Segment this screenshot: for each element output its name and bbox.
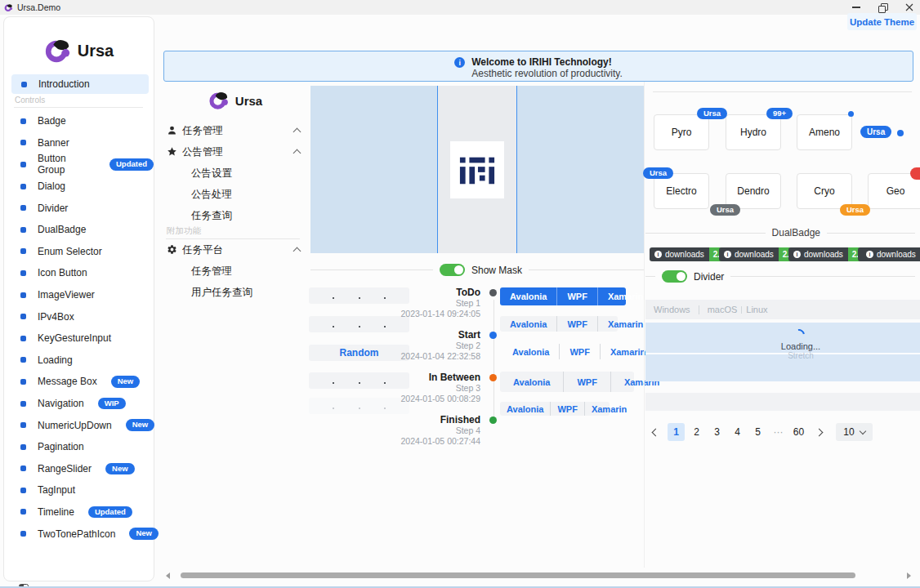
page-size-select[interactable]: 10 bbox=[836, 423, 873, 441]
scrollbar-right-arrow-icon[interactable] bbox=[907, 572, 911, 579]
sidebar-item[interactable]: Badge bbox=[4, 110, 154, 132]
timeline-entry-step: Step 1 bbox=[343, 298, 480, 309]
sidebar-item[interactable]: Timeline Updated bbox=[4, 501, 154, 523]
sidebar-item[interactable]: Pagination bbox=[4, 436, 154, 458]
button-wpf[interactable]: WPF bbox=[556, 287, 596, 305]
sidebar-item-label: TwoTonePathIcon bbox=[38, 528, 115, 540]
pagination-page-60[interactable]: 60 bbox=[790, 423, 807, 441]
sidebar-item[interactable]: TagInput bbox=[4, 479, 154, 501]
sidebar-item-label: Timeline bbox=[38, 506, 74, 518]
button-wpf[interactable]: WPF bbox=[559, 344, 599, 359]
pagination-page-4[interactable]: 4 bbox=[729, 423, 746, 441]
divider-line bbox=[310, 270, 433, 270]
timeline-entry: Finished Step 4 2024-01-05 00:27:44 bbox=[343, 414, 497, 457]
button-wpf[interactable]: WPF bbox=[550, 402, 583, 416]
bullet-icon bbox=[20, 314, 26, 319]
restore-icon[interactable] bbox=[878, 3, 887, 12]
badge-card-label: Electro bbox=[666, 185, 696, 197]
sidebar-item-label: KeyGestureInput bbox=[38, 332, 111, 344]
menu-item-announcement-management[interactable]: 公告管理 bbox=[182, 145, 223, 159]
button-avalonia[interactable]: Avalonia bbox=[502, 344, 559, 359]
sidebar-item-badge: Updated bbox=[109, 158, 154, 170]
bullet-icon bbox=[20, 444, 26, 450]
close-icon[interactable] bbox=[905, 3, 913, 11]
sidebar-item[interactable]: DualBadge bbox=[4, 219, 154, 241]
minimize-icon[interactable] bbox=[852, 7, 860, 7]
sidebar-item[interactable]: Dialog bbox=[4, 176, 154, 198]
irihi-logo-glyph bbox=[458, 151, 496, 189]
show-mask-toggle[interactable] bbox=[440, 264, 465, 276]
button-avalonia[interactable]: Avalonia bbox=[500, 287, 556, 305]
button-wpf[interactable]: WPF bbox=[563, 372, 610, 392]
scrollbar-left-arrow-icon[interactable] bbox=[166, 572, 170, 579]
menu-item-task-management[interactable]: 任务管理 bbox=[182, 124, 223, 138]
sidebar-item-badge: WIP bbox=[98, 398, 126, 409]
sidebar-item[interactable]: NumericUpDown New bbox=[4, 414, 154, 436]
divider-toggle[interactable] bbox=[662, 270, 687, 283]
sidebar-item[interactable]: Banner bbox=[4, 132, 154, 154]
sidebar-item[interactable]: Enum Selector bbox=[4, 241, 154, 263]
sidebar: Ursa Introduction Controls Badge Banner … bbox=[3, 16, 154, 581]
timeline-entry: Start Step 2 2024-01-04 22:32:58 bbox=[343, 329, 497, 372]
bullet-icon bbox=[20, 205, 26, 211]
sidebar-item-badge: New bbox=[111, 376, 141, 387]
pagination-page-2[interactable]: 2 bbox=[688, 423, 705, 441]
timeline-entry-time: 2024-01-05 00:27:44 bbox=[343, 436, 480, 447]
sidebar-item-label: Divider bbox=[38, 203, 68, 214]
sidebar-item[interactable]: Button Group Updated bbox=[4, 154, 154, 176]
menu-item-announcement-process[interactable]: 公告处理 bbox=[191, 188, 232, 202]
update-theme-button[interactable]: Update Theme bbox=[847, 13, 917, 30]
chevron-up-icon[interactable] bbox=[293, 247, 301, 256]
menu-item-task-platform[interactable]: 任务平台 bbox=[182, 243, 223, 257]
viewer-crop-region[interactable] bbox=[437, 86, 517, 253]
pagination-prev-button[interactable] bbox=[647, 423, 664, 441]
sidebar-item[interactable]: Icon Button bbox=[4, 262, 154, 284]
sidebar-item[interactable]: Loading bbox=[4, 350, 154, 372]
menu-item-task-query[interactable]: 任务查询 bbox=[191, 209, 232, 223]
sidebar-item[interactable]: KeyGestureInput bbox=[4, 327, 154, 350]
button-avalonia[interactable]: Avalonia bbox=[500, 372, 563, 392]
badge-red-pill-cut bbox=[910, 167, 920, 180]
sidebar-divider bbox=[14, 107, 143, 108]
pagination-ellipsis[interactable]: ··· bbox=[770, 423, 787, 441]
button-avalonia[interactable]: Avalonia bbox=[500, 316, 556, 332]
dualbadge-left: downloads bbox=[719, 247, 779, 261]
button-avalonia[interactable]: Avalonia bbox=[500, 402, 550, 416]
sidebar-item[interactable]: ImageViewer bbox=[4, 284, 154, 306]
sidebar-item[interactable]: IPv4Box bbox=[4, 305, 154, 327]
badge-card-label: Dendro bbox=[737, 185, 769, 197]
horizontal-scrollbar-thumb[interactable] bbox=[181, 572, 855, 578]
sidebar-item-label: RangeSlider bbox=[38, 463, 92, 474]
sidebar-item-label: Pagination bbox=[38, 441, 84, 452]
sidebar-item[interactable]: Navigation WIP bbox=[4, 393, 154, 415]
dualbadge-label: downloads bbox=[735, 250, 774, 259]
sidebar-item[interactable]: RangeSlider New bbox=[4, 458, 154, 480]
chevron-up-icon[interactable] bbox=[293, 149, 301, 158]
image-viewer[interactable] bbox=[310, 86, 644, 253]
menu-item-announcement-settings[interactable]: 公告设置 bbox=[191, 167, 232, 180]
menu-item-user-task-query[interactable]: 用户任务查询 bbox=[191, 286, 252, 300]
button-wpf[interactable]: WPF bbox=[556, 316, 596, 332]
sidebar-item[interactable]: Divider bbox=[4, 197, 154, 219]
pagination-next-button[interactable] bbox=[811, 423, 828, 441]
menu-item-label: 任务平台 bbox=[182, 243, 223, 257]
badge-standalone-pill: Ursa bbox=[860, 126, 891, 138]
sidebar-item-introduction[interactable]: Introduction bbox=[11, 74, 149, 94]
sidebar-item[interactable]: TwoTonePathIcon New bbox=[4, 523, 154, 545]
os-divider-bar: Windows macOS Linux bbox=[645, 300, 920, 319]
pagination-page-1[interactable]: 1 bbox=[668, 423, 685, 441]
timeline-entry-step: Step 2 bbox=[343, 341, 480, 351]
menu-item-task-management-sub[interactable]: 任务管理 bbox=[191, 265, 232, 278]
os-label-macos: macOS bbox=[708, 305, 738, 314]
pagination-page-5[interactable]: 5 bbox=[749, 423, 766, 441]
banner-subtitle: Aesthetic revolution of productivity. bbox=[471, 68, 623, 79]
pagination-page-3[interactable]: 3 bbox=[708, 423, 726, 441]
button-xamarin[interactable]: Xamarin bbox=[584, 402, 633, 416]
chevron-up-icon[interactable] bbox=[293, 128, 301, 136]
badge-card-ameno: Ameno bbox=[797, 114, 852, 150]
panel-separator bbox=[644, 82, 645, 568]
sidebar-item[interactable]: Message Box New bbox=[4, 371, 154, 393]
timeline-entry-time: 2024-01-05 00:08:29 bbox=[343, 394, 480, 404]
sidebar-item-label: Icon Button bbox=[38, 267, 87, 278]
sidebar-item-badge: Updated bbox=[88, 506, 132, 518]
